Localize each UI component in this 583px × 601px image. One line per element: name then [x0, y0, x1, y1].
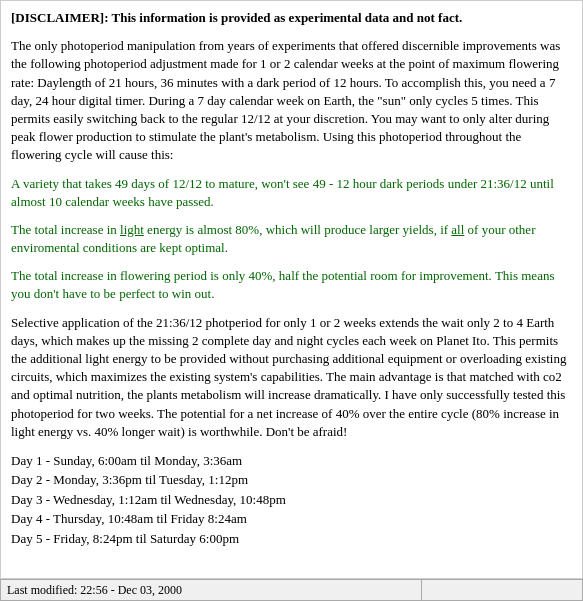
schedule-line-5: Day 5 - Friday, 8:24pm til Saturday 6:00…	[11, 529, 572, 549]
footer-right-empty	[422, 580, 582, 600]
footer: Last modified: 22:56 - Dec 03, 2000	[0, 579, 583, 601]
paragraph-4: The total increase in flowering period i…	[11, 267, 572, 303]
underline-light: light	[120, 222, 144, 237]
paragraph-2: A variety that takes 49 days of 12/12 to…	[11, 175, 572, 211]
content-area: [DISCLAIMER]: This information is provid…	[0, 0, 583, 579]
paragraph-5: Selective application of the 21:36/12 ph…	[11, 314, 572, 441]
main-container: [DISCLAIMER]: This information is provid…	[0, 0, 583, 601]
schedule-section: Day 1 - Sunday, 6:00am til Monday, 3:36a…	[11, 451, 572, 549]
schedule-line-1: Day 1 - Sunday, 6:00am til Monday, 3:36a…	[11, 451, 572, 471]
schedule-line-4: Day 4 - Thursday, 10:48am til Friday 8:2…	[11, 509, 572, 529]
paragraph-3: The total increase in light energy is al…	[11, 221, 572, 257]
schedule-line-2: Day 2 - Monday, 3:36pm til Tuesday, 1:12…	[11, 470, 572, 490]
paragraph-1: The only photoperiod manipulation from y…	[11, 37, 572, 164]
last-modified-label: Last modified: 22:56 - Dec 03, 2000	[1, 580, 422, 600]
schedule-line-3: Day 3 - Wednesday, 1:12am til Wednesday,…	[11, 490, 572, 510]
disclaimer-text: [DISCLAIMER]: This information is provid…	[11, 9, 572, 27]
underline-all: all	[451, 222, 464, 237]
